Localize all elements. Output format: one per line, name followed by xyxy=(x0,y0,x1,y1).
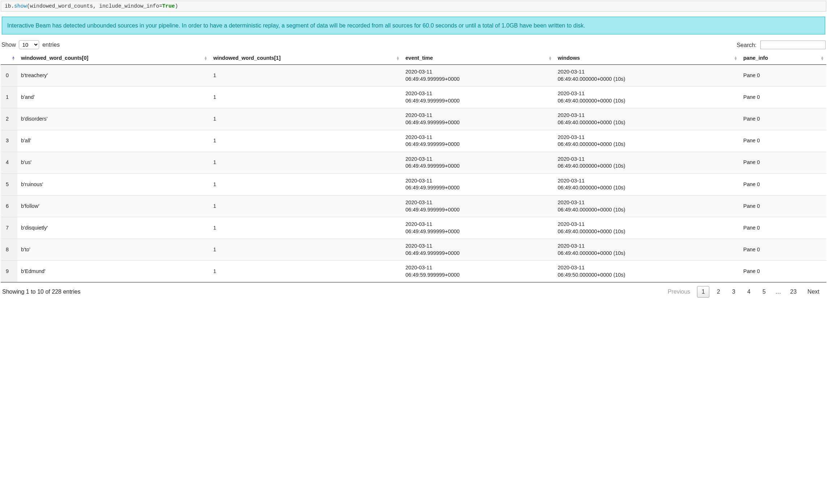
cell-index: 6 xyxy=(1,195,17,217)
table-row: 4b'us'12020-03-11 06:49:49.999999+000020… xyxy=(1,152,826,173)
length-entries-label: entries xyxy=(42,42,60,48)
table-info: Showing 1 to 10 of 228 entries xyxy=(2,289,80,295)
col-header-word[interactable]: windowed_word_counts[0] ▲▼ xyxy=(17,51,210,65)
cell-event-time: 2020-03-11 06:49:49.999999+0000 xyxy=(402,65,554,87)
cell-event-time: 2020-03-11 06:49:49.999999+0000 xyxy=(402,87,554,108)
length-select[interactable]: 10 25 50 100 xyxy=(19,40,39,49)
cell-event-time: 2020-03-11 06:49:59.999999+0000 xyxy=(402,261,554,282)
cell-windows: 2020-03-11 06:49:40.000000+0000 (10s) xyxy=(554,173,739,195)
code-cell: ib.show(windowed_word_counts, include_wi… xyxy=(1,1,826,12)
cell-windows: 2020-03-11 06:49:40.000000+0000 (10s) xyxy=(554,152,739,173)
cell-event-time: 2020-03-11 06:49:49.999999+0000 xyxy=(402,195,554,217)
info-banner-text: Interactive Beam has detected unbounded … xyxy=(7,22,585,29)
cell-event-time: 2020-03-11 06:49:49.999999+0000 xyxy=(402,152,554,173)
paginate-page[interactable]: 4 xyxy=(743,286,755,298)
sort-icon: ▲▼ xyxy=(204,56,207,60)
cell-windows: 2020-03-11 06:49:50.000000+0000 (10s) xyxy=(554,261,739,282)
cell-count: 1 xyxy=(210,239,402,261)
cell-word: b'ruinous' xyxy=(17,173,210,195)
datatable-controls: Show 10 25 50 100 entries Search: xyxy=(1,39,826,51)
sort-icon: ▲▼ xyxy=(734,56,738,60)
cell-pane-info: Pane 0 xyxy=(740,65,826,87)
table-row: 8b'to'12020-03-11 06:49:49.999999+000020… xyxy=(1,239,826,261)
code-prefix: ib. xyxy=(5,3,14,9)
cell-word: b'disorders' xyxy=(17,108,210,130)
cell-count: 1 xyxy=(210,65,402,87)
cell-windows: 2020-03-11 06:49:40.000000+0000 (10s) xyxy=(554,217,739,239)
paginate-page[interactable]: 5 xyxy=(758,286,770,298)
cell-index: 1 xyxy=(1,87,17,108)
cell-word: b'us' xyxy=(17,152,210,173)
table-row: 9b'Edmund'12020-03-11 06:49:59.999999+00… xyxy=(1,261,826,282)
cell-event-time: 2020-03-11 06:49:49.999999+0000 xyxy=(402,173,554,195)
cell-event-time: 2020-03-11 06:49:49.999999+0000 xyxy=(402,239,554,261)
cell-count: 1 xyxy=(210,152,402,173)
table-row: 6b'follow'12020-03-11 06:49:49.999999+00… xyxy=(1,195,826,217)
code-eq: = xyxy=(159,3,162,9)
cell-pane-info: Pane 0 xyxy=(740,152,826,173)
sort-icon: ▲▼ xyxy=(396,56,400,60)
col-header-windows[interactable]: windows ▲▼ xyxy=(554,51,739,65)
cell-windows: 2020-03-11 06:49:40.000000+0000 (10s) xyxy=(554,108,739,130)
paginate-page[interactable]: 3 xyxy=(727,286,740,298)
cell-count: 1 xyxy=(210,195,402,217)
cell-windows: 2020-03-11 06:49:40.000000+0000 (10s) xyxy=(554,87,739,108)
cell-count: 1 xyxy=(210,130,402,152)
col-header-event-time[interactable]: event_time ▲▼ xyxy=(402,51,554,65)
cell-index: 5 xyxy=(1,173,17,195)
cell-count: 1 xyxy=(210,173,402,195)
cell-index: 8 xyxy=(1,239,17,261)
cell-pane-info: Pane 0 xyxy=(740,195,826,217)
pagination: Previous 1 2 3 4 5 … 23 Next xyxy=(662,286,825,298)
sort-icon: ▲▼ xyxy=(548,56,552,60)
code-close: ) xyxy=(175,3,178,9)
table-row: 3b'all'12020-03-11 06:49:49.999999+00002… xyxy=(1,130,826,152)
cell-word: b'all' xyxy=(17,130,210,152)
col-header-pane-info[interactable]: pane_info ▲▼ xyxy=(740,51,826,65)
sort-icon: ▲▼ xyxy=(820,56,824,60)
table-row: 0b'treachery'12020-03-11 06:49:49.999999… xyxy=(1,65,826,87)
cell-pane-info: Pane 0 xyxy=(740,261,826,282)
length-show-label: Show xyxy=(1,42,16,48)
length-control: Show 10 25 50 100 entries xyxy=(1,40,60,49)
cell-pane-info: Pane 0 xyxy=(740,130,826,152)
cell-count: 1 xyxy=(210,108,402,130)
code-func: show xyxy=(14,3,27,9)
cell-pane-info: Pane 0 xyxy=(740,108,826,130)
table-row: 5b'ruinous'12020-03-11 06:49:49.999999+0… xyxy=(1,173,826,195)
cell-pane-info: Pane 0 xyxy=(740,87,826,108)
cell-count: 1 xyxy=(210,87,402,108)
code-kw: True xyxy=(162,3,175,9)
cell-index: 9 xyxy=(1,261,17,282)
col-header-index[interactable]: ▲▼ xyxy=(1,51,17,65)
cell-word: b'and' xyxy=(17,87,210,108)
paginate-next[interactable]: Next xyxy=(803,286,823,298)
col-header-count[interactable]: windowed_word_counts[1] ▲▼ xyxy=(210,51,402,65)
cell-windows: 2020-03-11 06:49:40.000000+0000 (10s) xyxy=(554,65,739,87)
cell-pane-info: Pane 0 xyxy=(740,239,826,261)
cell-windows: 2020-03-11 06:49:40.000000+0000 (10s) xyxy=(554,239,739,261)
cell-index: 0 xyxy=(1,65,17,87)
paginate-ellipsis: … xyxy=(772,289,785,295)
cell-event-time: 2020-03-11 06:49:49.999999+0000 xyxy=(402,217,554,239)
paginate-previous[interactable]: Previous xyxy=(664,286,694,298)
cell-word: b'Edmund' xyxy=(17,261,210,282)
cell-count: 1 xyxy=(210,261,402,282)
datatable-footer: Showing 1 to 10 of 228 entries Previous … xyxy=(1,282,826,299)
cell-word: b'to' xyxy=(17,239,210,261)
search-input[interactable] xyxy=(760,41,826,49)
paginate-page[interactable]: 2 xyxy=(712,286,725,298)
search-label: Search: xyxy=(736,42,756,48)
paginate-page-last[interactable]: 23 xyxy=(786,286,801,298)
table-body: 0b'treachery'12020-03-11 06:49:49.999999… xyxy=(1,65,826,282)
cell-count: 1 xyxy=(210,217,402,239)
cell-index: 7 xyxy=(1,217,17,239)
cell-word: b'treachery' xyxy=(17,65,210,87)
info-banner: Interactive Beam has detected unbounded … xyxy=(2,17,825,34)
cell-windows: 2020-03-11 06:49:40.000000+0000 (10s) xyxy=(554,130,739,152)
cell-pane-info: Pane 0 xyxy=(740,217,826,239)
table-row: 1b'and'12020-03-11 06:49:49.999999+00002… xyxy=(1,87,826,108)
paginate-page[interactable]: 1 xyxy=(697,286,709,298)
code-args: (windowed_word_counts, include_window_in… xyxy=(27,3,159,9)
cell-windows: 2020-03-11 06:49:40.000000+0000 (10s) xyxy=(554,195,739,217)
